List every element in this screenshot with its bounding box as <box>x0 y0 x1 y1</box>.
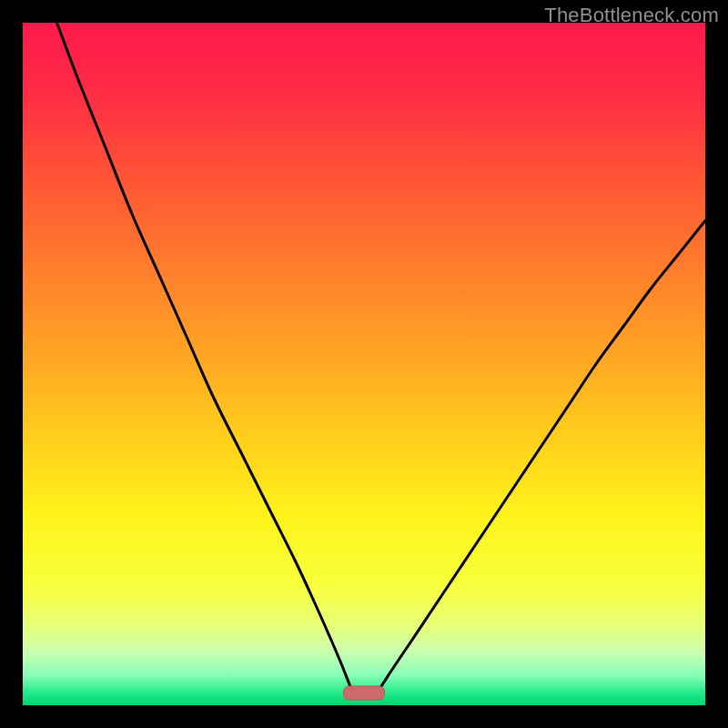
outer-frame: TheBottleneck.com <box>0 0 728 728</box>
plot-area <box>23 23 705 705</box>
watermark-text: TheBottleneck.com <box>544 4 719 27</box>
chart-svg <box>23 23 705 705</box>
bottleneck-marker <box>344 686 385 700</box>
gradient-background <box>23 23 705 705</box>
